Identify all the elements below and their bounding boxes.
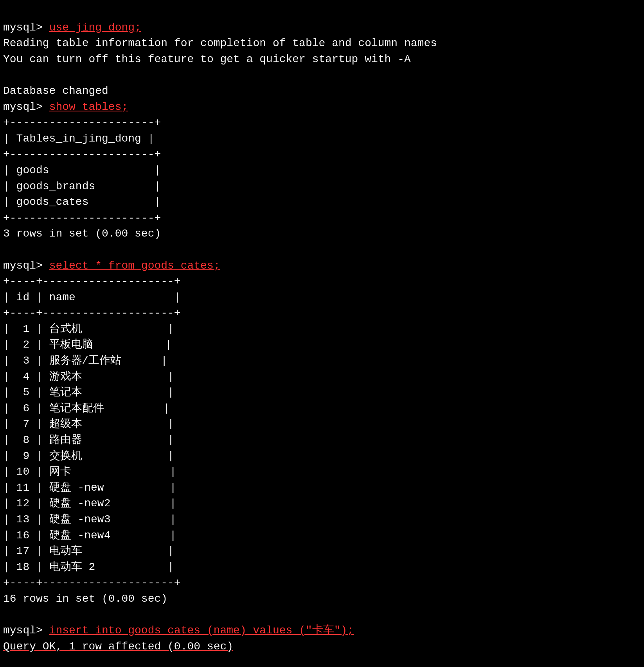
table-data-8: | 8 | 路由器 |: [3, 434, 174, 446]
table-data-15: | 17 | 电动车 |: [3, 545, 174, 557]
line-data-5: | 5 | 笔记本 |: [3, 385, 641, 401]
table-data-4: | 4 | 游戏本 |: [3, 371, 174, 383]
table-border-4: +----+--------------------+: [3, 275, 181, 287]
table-data-13: | 13 | 硬盘 -new3 |: [3, 513, 176, 525]
line-header-2: | id | name |: [3, 290, 641, 306]
line-border-2: +----------------------+: [3, 147, 641, 163]
line-data-16: | 18 | 电动车 2 |: [3, 559, 641, 576]
info-2: You can turn off this feature to get a q…: [3, 53, 411, 65]
result-1: 3 rows in set (0.00 sec): [3, 228, 161, 240]
table-border-2: +----------------------+: [3, 148, 161, 160]
cmd-1: use jing_dong;: [49, 22, 141, 34]
table-data-14: | 16 | 硬盘 -new4 |: [3, 529, 176, 541]
line-data-4: | 4 | 游戏本 |: [3, 369, 641, 385]
line-1: mysql> use jing_dong;: [3, 20, 641, 36]
info-1: Reading table information for completion…: [3, 37, 437, 49]
line-border-1: +----------------------+: [3, 115, 641, 131]
line-result-1: 3 rows in set (0.00 sec): [3, 226, 641, 242]
line-row-1: | goods |: [3, 163, 641, 179]
line-header: | Tables_in_jing_dong |: [3, 131, 641, 147]
prompt-4: mysql>: [3, 624, 49, 637]
table-header: | Tables_in_jing_dong |: [3, 133, 154, 145]
line-border-4: +----+--------------------+: [3, 274, 641, 290]
line-data-3: | 3 | 服务器/工作站 |: [3, 353, 641, 369]
prompt-3: mysql>: [3, 260, 49, 272]
result-2: 16 rows in set (0.00 sec): [3, 593, 167, 605]
table-data-1: | 1 | 台式机 |: [3, 323, 174, 335]
line-blank-2: [3, 242, 641, 258]
line-data-11: | 11 | 硬盘 -new |: [3, 480, 641, 496]
result-3: Query OK, 1 row affected (0.00 sec): [3, 640, 233, 653]
prompt-1: mysql>: [3, 22, 49, 34]
table-data-9: | 9 | 交换机 |: [3, 450, 174, 462]
line-blank-3: [3, 607, 641, 623]
line-data-7: | 7 | 超级本 |: [3, 416, 641, 432]
line-data-1: | 1 | 台式机 |: [3, 321, 641, 337]
table-data-12: | 12 | 硬盘 -new2 |: [3, 497, 176, 509]
line-data-6: | 6 | 笔记本配件 |: [3, 401, 641, 417]
cmd-3: select * from goods_cates;: [49, 260, 220, 272]
table-border-3: +----------------------+: [3, 212, 161, 224]
line-result-2: 16 rows in set (0.00 sec): [3, 591, 641, 607]
line-data-15: | 17 | 电动车 |: [3, 543, 641, 559]
line-data-10: | 10 | 网卡 |: [3, 464, 641, 480]
table-data-10: | 10 | 网卡 |: [3, 466, 176, 478]
info-3: Database changed: [3, 85, 108, 97]
table-data-2: | 2 | 平板电脑 |: [3, 339, 172, 351]
table-data-16: | 18 | 电动车 2 |: [3, 561, 174, 573]
line-7: mysql> insert into goods_cates (name) va…: [3, 623, 641, 639]
table-border-5: +----+--------------------+: [3, 307, 181, 319]
line-4: Database changed: [3, 83, 641, 99]
terminal-output: mysql> use jing_dong; Reading table info…: [3, 4, 641, 654]
line-result-3: Query OK, 1 row affected (0.00 sec): [3, 639, 641, 655]
line-row-2: | goods_brands |: [3, 179, 641, 195]
line-data-2: | 2 | 平板电脑 |: [3, 337, 641, 353]
line-data-9: | 9 | 交换机 |: [3, 448, 641, 464]
table-row-3: | goods_cates |: [3, 196, 161, 208]
table-row-2: | goods_brands |: [3, 180, 161, 192]
line-data-8: | 8 | 路由器 |: [3, 432, 641, 448]
line-border-6: +----+--------------------+: [3, 575, 641, 591]
line-3: You can turn off this feature to get a q…: [3, 52, 641, 68]
prompt-2: mysql>: [3, 101, 49, 113]
line-border-3: +----------------------+: [3, 210, 641, 226]
table-border-6: +----+--------------------+: [3, 577, 181, 589]
line-data-13: | 13 | 硬盘 -new3 |: [3, 512, 641, 528]
cmd-2: show tables;: [49, 101, 128, 113]
table-row-1: | goods |: [3, 164, 161, 176]
table-data-5: | 5 | 笔记本 |: [3, 386, 174, 398]
table-header-2: | id | name |: [3, 291, 181, 303]
line-border-5: +----+--------------------+: [3, 305, 641, 321]
line-5: mysql> show tables;: [3, 99, 641, 115]
line-blank-1: [3, 67, 641, 83]
cmd-4: insert into goods_cates (name) values ("…: [49, 624, 354, 637]
table-data-3: | 3 | 服务器/工作站 |: [3, 355, 167, 367]
line-data-12: | 12 | 硬盘 -new2 |: [3, 496, 641, 512]
table-data-11: | 11 | 硬盘 -new |: [3, 482, 176, 494]
line-2: Reading table information for completion…: [3, 36, 641, 52]
table-data-7: | 7 | 超级本 |: [3, 418, 174, 430]
line-6: mysql> select * from goods_cates;: [3, 258, 641, 274]
line-data-14: | 16 | 硬盘 -new4 |: [3, 528, 641, 544]
table-border-1: +----------------------+: [3, 117, 161, 129]
table-data-6: | 6 | 笔记本配件 |: [3, 402, 170, 414]
line-row-3: | goods_cates |: [3, 194, 641, 210]
